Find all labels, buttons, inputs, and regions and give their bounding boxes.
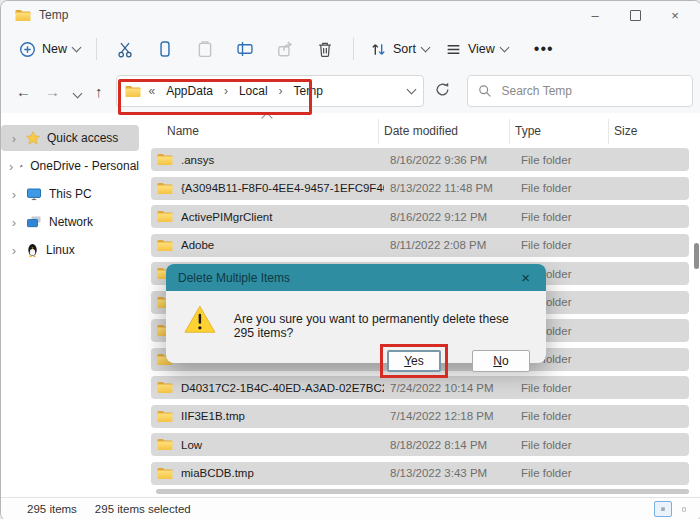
- yes-button[interactable]: Yes: [387, 350, 441, 372]
- delete-confirmation-dialog: Delete Multiple Items × Are you sure you…: [166, 264, 546, 363]
- file-date: 8/16/2022 9:36 PM: [384, 154, 515, 166]
- address-bar[interactable]: « AppData › Local › Temp: [116, 75, 424, 107]
- breadcrumb-temp[interactable]: Temp: [291, 82, 326, 100]
- rename-button[interactable]: [225, 34, 265, 64]
- sort-ascending-icon: [261, 113, 272, 124]
- horizontal-scrollbar[interactable]: [156, 489, 689, 495]
- column-headers: Name Date modified Type Size: [151, 113, 700, 148]
- monitor-icon: [26, 187, 42, 201]
- file-date: 8/13/2022 11:48 PM: [384, 182, 515, 194]
- toolbar-divider: [96, 38, 97, 60]
- folder-icon: [157, 438, 173, 451]
- yes-button-rest: es: [411, 354, 424, 368]
- file-date: 7/24/2022 10:14 PM: [384, 382, 515, 394]
- item-count: 295 items: [27, 503, 77, 515]
- file-row[interactable]: Low 8/18/2022 8:14 PM File folder: [151, 433, 689, 456]
- see-more-button[interactable]: •••: [516, 34, 572, 64]
- search-input[interactable]: [500, 83, 683, 99]
- no-button-rest: o: [502, 354, 509, 368]
- expander-icon[interactable]: ›: [9, 243, 19, 258]
- new-button[interactable]: New: [11, 35, 88, 64]
- back-icon: ←: [16, 83, 31, 100]
- column-divider[interactable]: [509, 119, 510, 144]
- file-row[interactable]: miaBCDB.tmp 8/13/2022 3:43 PM File folde…: [151, 462, 689, 485]
- view-toggles: [654, 501, 693, 517]
- sort-arrows-icon: [370, 41, 387, 58]
- delete-button[interactable]: [305, 34, 345, 64]
- recent-locations-button[interactable]: [67, 79, 88, 104]
- file-row[interactable]: D40317C2-1B4C-40ED-A3AD-02E7BC25... 7/24…: [151, 376, 689, 399]
- refresh-button[interactable]: [428, 77, 457, 105]
- dialog-title-bar[interactable]: Delete Multiple Items ×: [166, 264, 546, 291]
- file-type: File folder: [515, 467, 614, 479]
- sort-button[interactable]: Sort: [362, 35, 437, 64]
- dialog-close-button[interactable]: ×: [517, 268, 534, 287]
- file-name: {A3094B11-F8F0-4EE4-9457-1EFC9F40DE...: [181, 182, 384, 194]
- onedrive-cloud-icon: [20, 159, 23, 173]
- chevron-down-icon: [73, 88, 83, 98]
- expander-icon[interactable]: ›: [9, 159, 13, 174]
- maximize-button[interactable]: [615, 2, 655, 28]
- refresh-icon: [434, 81, 451, 98]
- sidebar-item-this-pc[interactable]: › This PC: [1, 181, 139, 207]
- file-name: Adobe: [181, 239, 384, 251]
- file-row[interactable]: IIF3E1B.tmp 7/14/2022 12:18 PM File fold…: [151, 405, 689, 428]
- search-box: [467, 75, 694, 107]
- warning-icon: [184, 303, 216, 335]
- expander-icon[interactable]: ›: [9, 215, 19, 230]
- no-button[interactable]: No: [472, 350, 530, 372]
- icons-view-toggle[interactable]: [675, 501, 693, 517]
- column-header-date-modified[interactable]: Date modified: [378, 124, 509, 138]
- view-button[interactable]: View: [437, 35, 516, 64]
- address-dropdown-icon[interactable]: [406, 84, 416, 94]
- file-date: 7/14/2022 12:18 PM: [384, 410, 515, 422]
- back-button[interactable]: ←: [9, 79, 38, 104]
- column-divider[interactable]: [608, 119, 609, 144]
- breadcrumb-appdata[interactable]: AppData: [163, 82, 216, 100]
- minimize-button[interactable]: –: [575, 2, 615, 28]
- forward-button[interactable]: →: [38, 79, 67, 104]
- sidebar-item-network[interactable]: › Network: [1, 209, 139, 235]
- copy-button[interactable]: [145, 34, 185, 64]
- paste-button[interactable]: [185, 34, 225, 64]
- horizontal-scrollbar-thumb[interactable]: [156, 489, 689, 494]
- expander-icon[interactable]: ›: [9, 131, 19, 146]
- no-button-key: N: [493, 354, 502, 368]
- folder-icon: [157, 239, 173, 252]
- sidebar-item-label: OneDrive - Personal: [30, 159, 139, 173]
- vertical-scrollbar[interactable]: [694, 243, 699, 269]
- share-button[interactable]: [265, 34, 305, 64]
- file-row[interactable]: ActivePIMgrClient 8/16/2022 9:12 PM File…: [151, 205, 689, 228]
- column-divider[interactable]: [378, 119, 379, 144]
- details-view-toggle[interactable]: [654, 501, 672, 517]
- dialog-message: Are you sure you want to permanently del…: [234, 303, 532, 340]
- up-button[interactable]: ↑: [88, 79, 110, 104]
- breadcrumb-local[interactable]: Local: [236, 82, 271, 100]
- forward-icon: →: [45, 83, 60, 100]
- linux-penguin-icon: [26, 243, 39, 257]
- column-header-name[interactable]: Name: [151, 124, 378, 138]
- star-icon: [26, 131, 40, 145]
- dialog-body: Are you sure you want to permanently del…: [166, 291, 546, 378]
- file-type: File folder: [515, 211, 614, 223]
- sidebar-item-onedrive[interactable]: › OneDrive - Personal: [1, 153, 139, 179]
- sidebar-item-label: Linux: [46, 243, 75, 257]
- file-name: .ansys: [181, 154, 384, 166]
- file-row[interactable]: .ansys 8/16/2022 9:36 PM File folder: [151, 148, 689, 171]
- file-type: File folder: [515, 410, 614, 422]
- sidebar-item-label: This PC: [49, 187, 92, 201]
- expander-icon[interactable]: ›: [9, 187, 19, 202]
- column-header-type[interactable]: Type: [509, 124, 608, 138]
- sidebar-item-linux[interactable]: › Linux: [1, 237, 139, 263]
- sidebar-item-quick-access[interactable]: › Quick access: [1, 125, 139, 151]
- breadcrumb-overflow-icon[interactable]: «: [147, 84, 158, 98]
- column-header-size[interactable]: Size: [608, 124, 700, 138]
- close-button[interactable]: ×: [655, 2, 695, 28]
- cut-button[interactable]: [105, 34, 145, 64]
- file-row[interactable]: Adobe 8/11/2022 2:08 PM File folder: [151, 234, 689, 257]
- chevron-down-icon: [72, 42, 82, 52]
- toolbar-divider: [353, 38, 354, 60]
- search-icon: [478, 84, 492, 98]
- close-icon: ×: [671, 8, 679, 23]
- file-row[interactable]: {A3094B11-F8F0-4EE4-9457-1EFC9F40DE... 8…: [151, 177, 689, 200]
